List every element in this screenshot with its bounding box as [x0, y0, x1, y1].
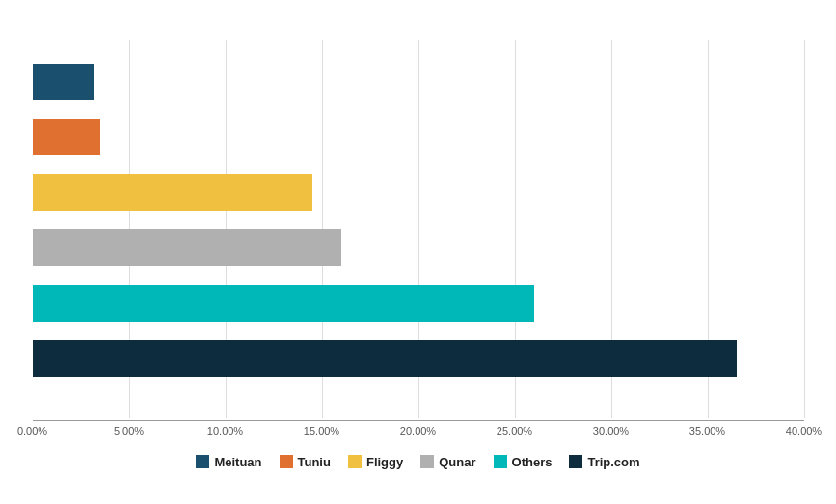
- legend-item: Fliggy: [348, 455, 403, 469]
- bar-row: [33, 280, 804, 327]
- legend-color-box: [420, 455, 434, 468]
- legend: MeituanTuniuFliggyQunarOthersTrip.com: [33, 455, 804, 474]
- chart-body: 0.00%5.00%10.00%15.00%20.00%25.00%30.00%…: [33, 40, 804, 447]
- bar-others: [33, 285, 534, 322]
- bar-meituan: [33, 64, 94, 100]
- bar-tripcom: [33, 340, 737, 377]
- bar-qunar: [33, 229, 341, 266]
- x-axis: 0.00%5.00%10.00%15.00%20.00%25.00%30.00%…: [33, 420, 804, 447]
- x-tick: 5.00%: [114, 425, 144, 437]
- x-tick: 35.00%: [689, 425, 725, 437]
- bar-row: [33, 114, 804, 160]
- x-tick: 15.00%: [304, 425, 339, 437]
- bar-row: [33, 335, 804, 382]
- legend-label: Tuniu: [298, 455, 331, 469]
- bar-row: [33, 59, 804, 105]
- legend-color-box: [196, 455, 209, 468]
- legend-item: Others: [494, 455, 553, 469]
- legend-label: Qunar: [439, 455, 475, 469]
- legend-color-box: [348, 455, 362, 468]
- bars-area: [33, 40, 804, 420]
- x-tick: 20.00%: [400, 425, 436, 437]
- x-tick: 0.00%: [17, 425, 47, 437]
- legend-item: Tuniu: [280, 455, 331, 469]
- chart-area: 0.00%5.00%10.00%15.00%20.00%25.00%30.00%…: [33, 40, 804, 447]
- x-tick: 25.00%: [497, 425, 532, 437]
- legend-label: Fliggy: [366, 455, 403, 469]
- x-tick: 40.00%: [786, 425, 822, 437]
- legend-label: Others: [512, 455, 553, 469]
- bar-row: [33, 170, 804, 216]
- x-tick: 30.00%: [593, 425, 629, 437]
- legend-label: Trip.com: [587, 455, 639, 469]
- bar-fliggy: [33, 174, 312, 211]
- bar-tuniu: [33, 119, 100, 155]
- chart-container: 0.00%5.00%10.00%15.00%20.00%25.00%30.00%…: [23, 21, 814, 484]
- legend-color-box: [494, 455, 507, 468]
- legend-color-box: [569, 455, 582, 468]
- x-tick: 10.00%: [207, 425, 243, 437]
- legend-color-box: [280, 455, 293, 468]
- bar-row: [33, 225, 804, 271]
- legend-item: Meituan: [196, 455, 261, 469]
- legend-label: Meituan: [214, 455, 261, 469]
- legend-item: Trip.com: [569, 455, 639, 469]
- legend-item: Qunar: [420, 455, 475, 469]
- grid-line: [804, 40, 805, 418]
